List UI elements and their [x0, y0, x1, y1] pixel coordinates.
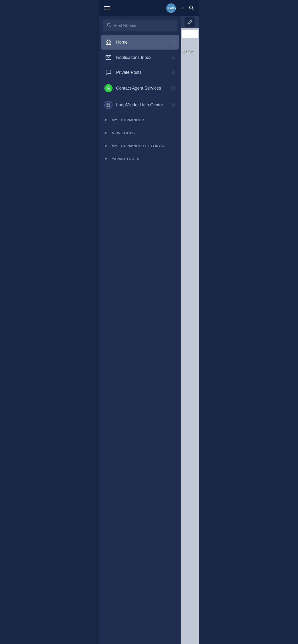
sidebar-item-loopminder-help[interactable]: LoopMinder Help Center ☆: [99, 96, 181, 113]
my-loopminder-chevron-icon: ►: [104, 118, 108, 122]
sidebar-item-home[interactable]: Home ☆: [101, 35, 179, 50]
my-loopminder-settings-chevron-icon: ►: [104, 144, 108, 148]
sidebar-item-loopminder-help-label: LoopMinder Help Center: [116, 102, 171, 108]
yapmo-tools-label: YAPMO TOOLS: [112, 157, 139, 161]
new-loops-chevron-icon: ►: [104, 130, 108, 135]
sidebar-drawer: Home ☆ Notifications Inbox ☆ Private Pos…: [99, 16, 181, 644]
svg-line-3: [188, 23, 189, 24]
sidebar-item-contact-agent-label: Contact Agent Services: [116, 86, 171, 91]
find-rooms-search-icon: [106, 22, 111, 28]
sidebar-item-home-label: Home: [116, 40, 171, 45]
contact-agent-icon: [104, 84, 113, 92]
loopminder-help-icon: [104, 101, 113, 109]
section-my-loopminder[interactable]: ► MY LOOPMINDER: [99, 113, 181, 126]
yapmo-tools-chevron-icon: ►: [104, 156, 108, 161]
svg-point-7: [108, 86, 109, 88]
section-my-loopminder-settings[interactable]: ► MY LOOPMINDER SETTINGS: [99, 139, 181, 152]
find-rooms-input[interactable]: [114, 23, 174, 28]
right-panel: :05 PM: [181, 16, 199, 644]
sidebar-item-private-posts[interactable]: Private Posts ☆: [99, 65, 181, 80]
loopminder-help-favorite-star[interactable]: ☆: [171, 102, 176, 108]
private-posts-favorite-star[interactable]: ☆: [171, 69, 176, 76]
header-right: BW ▼ +: [166, 3, 194, 13]
section-yapmo-tools[interactable]: ► YAPMO TOOLS: [99, 152, 181, 165]
svg-rect-11: [109, 106, 110, 106]
svg-line-5: [110, 26, 111, 27]
my-loopminder-label: MY LOOPMINDER: [112, 118, 144, 122]
contact-agent-favorite-star[interactable]: ☆: [171, 85, 176, 91]
add-button[interactable]: +: [181, 6, 184, 11]
section-new-loops[interactable]: ► NEW LOOPS: [99, 126, 181, 139]
notifications-icon: [104, 54, 113, 60]
sidebar-item-contact-agent[interactable]: Contact Agent Services ☆: [99, 80, 181, 96]
header-left: [104, 6, 110, 10]
hamburger-button[interactable]: [104, 6, 110, 10]
new-loops-label: NEW LOOPS: [112, 131, 135, 135]
svg-rect-8: [107, 103, 108, 104]
svg-rect-10: [107, 106, 108, 106]
my-loopminder-settings-label: MY LOOPMINDER SETTINGS: [112, 144, 164, 148]
find-rooms-search[interactable]: [103, 20, 177, 32]
notifications-favorite-star[interactable]: ☆: [171, 54, 176, 60]
avatar-dropdown-icon[interactable]: ▼: [175, 7, 177, 10]
svg-line-1: [192, 8, 193, 10]
private-posts-icon: [104, 69, 113, 76]
svg-line-2: [191, 20, 192, 21]
sidebar-item-notifications-label: Notifications Inbox: [116, 55, 171, 60]
right-input: [182, 30, 198, 38]
wand-icon: [185, 17, 195, 27]
app-header: BW ▼ +: [99, 0, 199, 16]
home-icon: [104, 39, 113, 45]
sidebar-item-private-posts-label: Private Posts: [116, 70, 171, 75]
home-favorite-star[interactable]: ☆: [171, 39, 176, 45]
svg-rect-9: [109, 103, 110, 104]
search-button[interactable]: [189, 5, 194, 12]
sidebar-item-notifications[interactable]: Notifications Inbox ☆: [99, 50, 181, 65]
right-panel-top: [181, 16, 199, 28]
time-display: :05 PM: [181, 48, 199, 56]
